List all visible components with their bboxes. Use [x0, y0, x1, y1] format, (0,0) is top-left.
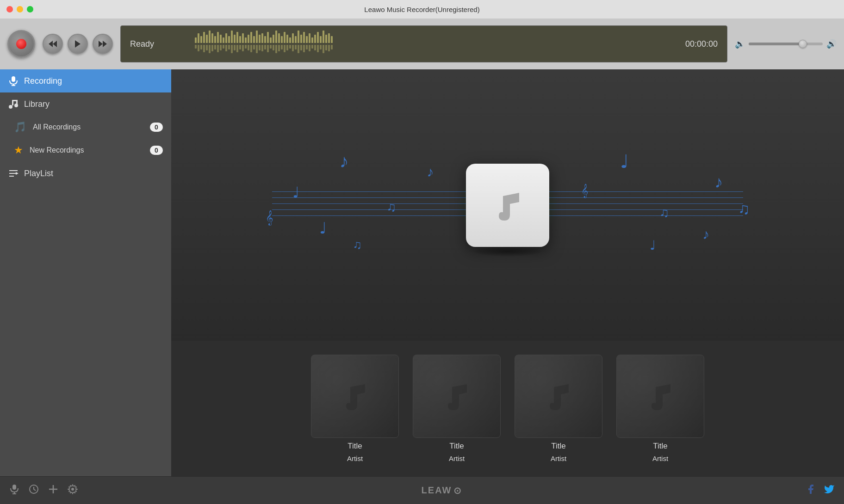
star-icon: ★ [14, 144, 23, 156]
waveform-visualization [121, 26, 727, 62]
library-label: Library [24, 99, 50, 109]
svg-marker-3 [99, 41, 103, 47]
song-thumbnail-2 [515, 355, 602, 438]
song-title-0: Title [348, 442, 362, 451]
all-recordings-label: All Recordings [33, 123, 81, 131]
volume-low-icon: 🔈 [735, 39, 745, 49]
leawo-logo-circle: ⊙ [453, 485, 461, 496]
note-icon-14: ♩ [650, 238, 656, 253]
song-title-3: Title [653, 442, 668, 451]
close-button[interactable] [6, 6, 13, 12]
svg-rect-17 [12, 485, 16, 490]
window-controls [6, 6, 33, 12]
microphone-icon[interactable] [9, 484, 19, 497]
svg-marker-4 [103, 41, 107, 47]
all-recordings-badge: 0 [150, 123, 163, 132]
music-notes-container: ♩ ♪ ♫ ♩ ♪ ♫ 𝄞 ♪ ♫ ♩ ♪ 𝄞 ♫ ♩ [171, 69, 844, 341]
play-button[interactable] [68, 34, 88, 54]
leawo-logo-text: LEAW [422, 485, 452, 496]
sidebar: Recording Library 🎵 All Recordings 0 ★ N… [0, 69, 171, 476]
song-thumbnail-0 [311, 355, 399, 438]
song-note-icon-0 [336, 378, 373, 415]
song-artist-3: Artist [652, 455, 668, 462]
sidebar-library: Library [0, 92, 171, 116]
new-recordings-label: New Recordings [30, 146, 84, 154]
svg-point-23 [71, 488, 74, 491]
song-artist-1: Artist [449, 455, 465, 462]
volume-thumb[interactable] [799, 40, 807, 48]
song-grid: Title Artist Title Artist Title Artist [171, 341, 844, 476]
minimize-button[interactable] [17, 6, 23, 12]
add-icon[interactable] [48, 484, 58, 497]
transport-bar: Ready 00:00:00 🔈 🔊 [0, 18, 844, 69]
facebook-icon[interactable] [805, 484, 816, 498]
transport-controls [43, 34, 113, 54]
note-icon-3: ♫ [386, 200, 396, 215]
svg-marker-0 [49, 41, 53, 47]
playlist-icon [8, 168, 19, 178]
note-icon-9: ♫ [659, 205, 669, 220]
note-icon-2: ♪ [340, 151, 349, 172]
bottom-left-controls [9, 484, 78, 497]
volume-high-icon: 🔊 [826, 39, 837, 49]
song-note-icon-3 [642, 378, 679, 415]
sidebar-item-new-recordings[interactable]: ★ New Recordings 0 [0, 139, 171, 162]
svg-rect-5 [12, 76, 15, 82]
note-icon-10: ♩ [620, 151, 629, 172]
note-icon-13: ♫ [738, 200, 750, 218]
fast-forward-button[interactable] [93, 34, 113, 54]
svg-point-8 [9, 105, 12, 109]
song-note-icon-2 [540, 378, 577, 415]
song-card-3[interactable]: Title Artist [616, 355, 704, 462]
window-title: Leawo Music Recorder(Unregistered) [364, 6, 479, 13]
playlist-label: PlayList [24, 169, 53, 178]
sidebar-playlist[interactable]: PlayList [0, 162, 171, 185]
right-panel: ♩ ♪ ♫ ♩ ♪ ♫ 𝄞 ♪ ♫ ♩ ♪ 𝄞 ♫ ♩ [171, 69, 844, 476]
volume-fill [749, 43, 804, 45]
note-icon-8: ♪ [714, 172, 723, 192]
center-music-note-icon [487, 184, 528, 226]
song-thumbnail-3 [616, 355, 704, 438]
sidebar-item-recording[interactable]: Recording [0, 69, 171, 92]
maximize-button[interactable] [27, 6, 33, 12]
center-music-card [466, 164, 549, 247]
sidebar-item-all-recordings[interactable]: 🎵 All Recordings 0 [0, 116, 171, 139]
note-icon-5: ♪ [427, 164, 434, 180]
volume-slider[interactable] [749, 43, 823, 45]
song-note-icon-1 [438, 378, 475, 415]
mic-icon [8, 76, 19, 86]
title-bar: Leawo Music Recorder(Unregistered) [0, 0, 844, 18]
svg-rect-12 [16, 100, 18, 105]
hero-area: ♩ ♪ ♫ ♩ ♪ ♫ 𝄞 ♪ ♫ ♩ ♪ 𝄞 ♫ ♩ [171, 69, 844, 341]
note-icon-7: 𝄞 [266, 210, 273, 226]
song-card-0[interactable]: Title Artist [311, 355, 399, 462]
music-note-icon [8, 99, 19, 109]
note-icon-4: ♩ [319, 219, 327, 237]
svg-marker-2 [75, 40, 81, 48]
history-icon[interactable] [29, 484, 39, 497]
song-card-2[interactable]: Title Artist [515, 355, 602, 462]
song-title-1: Title [449, 442, 464, 451]
record-button[interactable] [7, 30, 35, 58]
twitter-icon[interactable] [824, 484, 835, 498]
song-artist-2: Artist [551, 455, 566, 462]
recording-label: Recording [24, 76, 62, 86]
note-icon-11: ♪ [702, 227, 709, 242]
rewind-button[interactable] [43, 34, 63, 54]
note-icon-6: ♫ [353, 238, 362, 252]
main-content: Recording Library 🎵 All Recordings 0 ★ N… [0, 69, 844, 476]
volume-control: 🔈 🔊 [735, 39, 837, 49]
new-recordings-badge: 0 [150, 146, 163, 155]
song-artist-0: Artist [347, 455, 363, 462]
svg-marker-16 [16, 172, 19, 175]
settings-icon[interactable] [68, 484, 78, 497]
note-icon-12: 𝄞 [581, 184, 588, 198]
note-icon-1: ♩ [292, 184, 299, 201]
folder-music-icon: 🎵 [14, 121, 26, 133]
leawo-branding: LEAW ⊙ [422, 485, 462, 496]
social-links [805, 484, 835, 498]
song-thumbnail-1 [413, 355, 501, 438]
svg-marker-1 [53, 41, 57, 47]
waveform-area: Ready 00:00:00 [120, 25, 727, 62]
song-card-1[interactable]: Title Artist [413, 355, 501, 462]
